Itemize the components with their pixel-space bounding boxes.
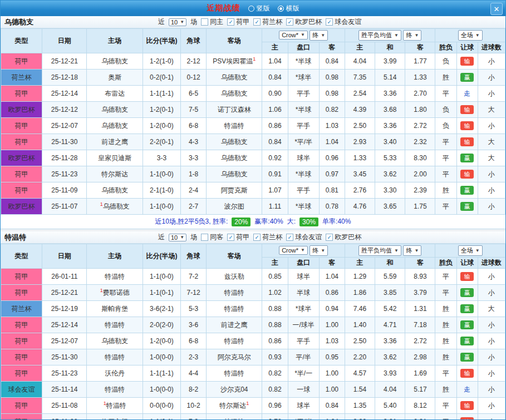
home-team[interactable]: 1乌德勒支 (87, 199, 143, 215)
ah-final-value: 终 (312, 31, 318, 39)
fulltime-select[interactable]: 全场▼ (458, 245, 483, 256)
ah-home-odds: 0.82 (262, 382, 288, 398)
away-team[interactable]: 特温特 (207, 301, 262, 317)
fulltime-select[interactable]: 全场▼ (458, 30, 483, 41)
horizontal-layout-radio[interactable]: 横版 (278, 4, 299, 13)
match-date: 26-01-11 (42, 269, 87, 285)
bookmaker-select[interactable]: Crow*▼ (279, 31, 308, 39)
away-team[interactable]: 特温特 (207, 414, 262, 420)
corners: 6-8 (181, 333, 207, 349)
ah-final-select[interactable]: 终▼ (310, 245, 328, 256)
home-team[interactable]: 布雷达 (87, 86, 143, 102)
away-team[interactable]: 乌德勒支 (207, 86, 262, 102)
result-wdl: 平 (435, 166, 456, 182)
corners: 4-4 (181, 365, 207, 382)
filter-bar: 近10▼场同主✓荷甲✓荷兰杯✓欧罗巴杯✓球会友谊 (158, 17, 361, 27)
europe-final-select[interactable]: 终▼ (403, 245, 421, 256)
result-wdl: 负 (435, 118, 456, 134)
close-button[interactable]: ✕ (490, 3, 503, 15)
away-team[interactable]: 沙尔克04 (207, 382, 262, 398)
recent-count-select[interactable]: 10▼ (169, 18, 186, 26)
ah-away-odds: 0.81 (319, 182, 345, 199)
away-team[interactable]: 乌德勒支 (207, 166, 262, 182)
league-filter[interactable]: ✓荷甲 (227, 233, 249, 242)
home-team[interactable]: 特温特 (87, 382, 143, 398)
home-team[interactable]: 1特温特 (87, 398, 143, 414)
home-team[interactable]: 乌德勒支 (87, 333, 143, 349)
home-team[interactable]: 乌德勒支 (87, 102, 143, 118)
away-team[interactable]: 特温特 (207, 285, 262, 301)
home-team[interactable]: 特温特 (87, 349, 143, 365)
checkbox-icon: ✓ (253, 18, 261, 26)
eu-draw-odds: 3.36 (375, 333, 405, 349)
home-team[interactable]: 乌德勒支 (87, 53, 143, 70)
fulltime-value: 全场 (461, 31, 473, 39)
away-team[interactable]: 乌德勒支 (207, 70, 262, 86)
home-team[interactable]: 乌德勒支 (87, 182, 143, 199)
over-label: 大: (287, 217, 296, 226)
matches-table: 类型 日期 主场 比分(半场) 角球 客场 Crow*▼ 终▼ 胜平负均值▼ 终… (1, 244, 505, 420)
league-filter[interactable]: ✓欧罗巴杯 (326, 233, 361, 242)
odd-rate: 单率:40% (322, 217, 351, 226)
checkbox-icon (201, 234, 208, 241)
europe-avg-select[interactable]: 胜平负均值▼ (358, 245, 401, 256)
away-team[interactable]: 前进之鹰 (207, 317, 262, 333)
away-team[interactable]: 特温特 (207, 333, 262, 349)
away-team[interactable]: PSV埃因霍温1 (207, 53, 262, 70)
result-goals: 小 (478, 86, 505, 102)
eu-draw-odds: 3.65 (375, 199, 405, 215)
away-team[interactable]: 阿尔克马尔 (207, 349, 262, 365)
score: 1-1(0-0) (143, 166, 180, 182)
match-date: 25-11-07 (42, 199, 87, 215)
away-team[interactable]: 乌德勒支 (207, 150, 262, 166)
home-team[interactable]: 1费耶诺德 (87, 285, 143, 301)
checkbox-icon: ✓ (326, 18, 333, 26)
away-team[interactable]: 兹沃勒 (207, 269, 262, 285)
league-filter[interactable]: ✓荷兰杯 (253, 17, 282, 27)
away-team[interactable]: 特温特 (207, 365, 262, 382)
away-team[interactable]: 特尔斯达1 (207, 398, 262, 414)
eu-home-odds: 7.35 (345, 70, 375, 86)
europe-avg-select[interactable]: 胜平负均值▼ (358, 30, 401, 41)
home-team[interactable]: 乌德勒支 (87, 118, 143, 134)
away-team[interactable]: 阿贾克斯 (207, 182, 262, 199)
home-team[interactable]: 特温特 (87, 317, 143, 333)
handicap-pill: 赢 (460, 186, 474, 195)
home-team[interactable]: 特温特 (87, 269, 143, 285)
home-team[interactable]: 沃伦丹 (87, 365, 143, 382)
ah-final-select[interactable]: 终▼ (310, 30, 328, 41)
league-filter[interactable]: ✓球会友谊 (286, 233, 322, 242)
ah-away-odds: 1.04 (319, 134, 345, 150)
eu-draw-odds: 5.40 (375, 398, 405, 414)
league-filter[interactable]: ✓荷甲 (227, 17, 249, 27)
ah-away-odds: 0.82 (319, 102, 345, 118)
league-filter[interactable]: ✓球会友谊 (326, 17, 361, 27)
score: 1-2(0-0) (143, 333, 180, 349)
home-team[interactable]: 奥斯 (87, 70, 143, 86)
team-bar: 特温特 近10▼场同客✓荷甲✓荷兰杯✓球会友谊✓欧罗巴杯 (1, 231, 505, 244)
handicap-pill: 输 (460, 272, 474, 281)
recent-count-select[interactable]: 10▼ (169, 234, 186, 241)
league-filter[interactable]: ✓欧罗巴杯 (286, 17, 322, 27)
home-team[interactable]: 格罗宁根 (87, 414, 143, 420)
home-team[interactable]: 皇家贝迪斯 (87, 150, 143, 166)
europe-final-select[interactable]: 终▼ (403, 30, 421, 41)
home-team[interactable]: 斯帕肯堡 (87, 301, 143, 317)
bookmaker-select[interactable]: Crow*▼ (279, 246, 308, 255)
recent-label: 近 (158, 17, 165, 27)
same-side-filter[interactable]: 同客 (201, 233, 223, 242)
league-type-badge: 荷甲 (1, 414, 42, 420)
away-team[interactable]: 特温特 (207, 118, 262, 134)
away-team[interactable]: 波尔图 (207, 199, 262, 215)
vertical-layout-radio[interactable]: 竖版 (248, 4, 270, 13)
same-side-filter[interactable]: 同主 (201, 17, 223, 27)
away-team[interactable]: 乌德勒支 (207, 134, 262, 150)
home-team[interactable]: 特尔斯达 (87, 166, 143, 182)
away-team[interactable]: 诺丁汉森林 (207, 102, 262, 118)
home-team[interactable]: 前进之鹰 (87, 134, 143, 150)
league-filter[interactable]: ✓荷兰杯 (253, 233, 282, 242)
result-goals: 小 (478, 199, 505, 215)
match-date: 25-12-21 (42, 53, 87, 70)
result-handicap: 输 (456, 414, 478, 420)
ah-home-odds: 0.92 (262, 150, 288, 166)
